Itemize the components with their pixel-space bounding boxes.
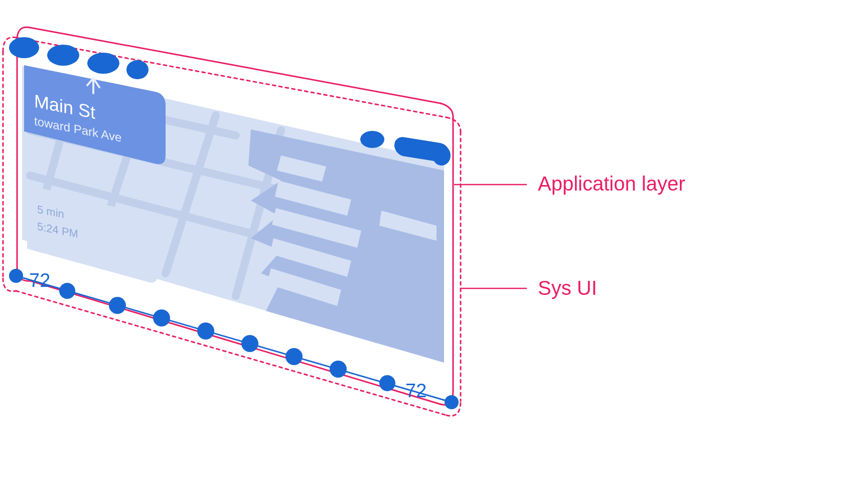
annotation-application-layer: Application layer [538,173,685,195]
inset-left-label: 72 [29,270,50,291]
svg-point-32 [330,361,347,378]
svg-point-24 [9,269,23,283]
svg-point-22 [432,145,451,166]
svg-point-31 [285,348,303,365]
annotation-leaders [454,185,527,288]
svg-point-19 [126,60,149,79]
svg-point-28 [153,309,170,326]
annotation-sys-ui: Sys UI [538,277,597,299]
svg-point-20 [360,131,384,148]
diagram-svg: Main St toward Park Ave 5 min 5:24 PM 72… [0,0,868,494]
svg-point-29 [197,322,214,340]
svg-point-26 [59,283,75,299]
svg-point-18 [87,53,119,74]
svg-point-25 [445,395,459,409]
inset-right-label: 72 [405,380,426,401]
svg-point-30 [241,335,258,352]
svg-point-33 [379,375,395,391]
svg-point-27 [109,297,126,314]
diagram-root: Main St toward Park Ave 5 min 5:24 PM 72… [0,0,868,494]
svg-point-17 [47,45,79,66]
svg-point-16 [9,37,39,58]
